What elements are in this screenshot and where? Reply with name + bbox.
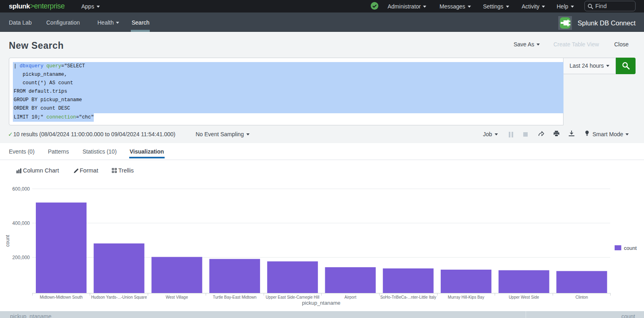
svg-text:600,000: 600,000: [12, 186, 30, 192]
svg-text:SoHo-TriBeCa-...nter-Little It: SoHo-TriBeCa-...nter-Little Italy: [380, 295, 436, 299]
svg-text:count: count: [624, 245, 637, 251]
svg-text:Turtle Bay-East Midtown: Turtle Bay-East Midtown: [213, 295, 257, 299]
svg-text:200,000: 200,000: [12, 255, 30, 260]
svg-text:Clinton: Clinton: [576, 295, 588, 299]
svg-text:Hudson Yards-...-Union Square: Hudson Yards-...-Union Square: [91, 295, 147, 299]
svg-text:West Village: West Village: [166, 295, 188, 299]
svg-text:Airport: Airport: [345, 295, 357, 299]
svg-text:pickup_ntaname: pickup_ntaname: [302, 300, 340, 306]
svg-text:400,000: 400,000: [12, 220, 30, 226]
svg-text:count: count: [5, 235, 10, 247]
svg-text:Midtown-Midtown South: Midtown-Midtown South: [40, 295, 83, 299]
svg-text:Upper East Side-Carnegie Hill: Upper East Side-Carnegie Hill: [266, 295, 319, 299]
svg-text:Murray Hill-Kips Bay: Murray Hill-Kips Bay: [448, 295, 485, 299]
svg-text:Upper West Side: Upper West Side: [509, 295, 539, 299]
